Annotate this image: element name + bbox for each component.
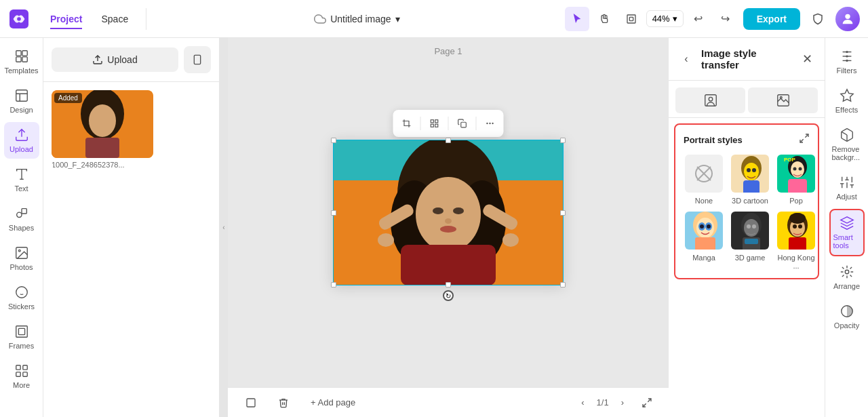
rotate-handle[interactable]: ↻ [443,290,454,301]
svg-point-89 [744,219,759,237]
style-3d-game[interactable]: 3D game [730,210,770,270]
svg-point-53 [502,233,519,247]
mobile-button[interactable] [184,46,211,73]
add-page-button[interactable]: + Add page [304,393,362,412]
delete-page-button[interactable] [271,393,296,412]
sidebar-item-templates[interactable]: Templates [4,43,39,80]
pan-tool-button[interactable] [592,7,616,31]
expand-styles-button[interactable] [799,133,810,146]
sidebar-label-frames: Frames [9,342,34,350]
rs-opacity[interactable]: Opacity [829,298,865,335]
stp-back-button[interactable]: ‹ [677,49,696,68]
rs-filters[interactable]: Filters [829,43,865,80]
page-counter: 1/1 [597,397,609,408]
svg-rect-8 [22,57,26,62]
remove-bg-label: Remove backgr... [832,145,862,161]
page-thumbnail-button[interactable] [239,393,263,412]
left-sidebar: Templates Design Upload Text Shapes Phot… [0,38,43,417]
style-cartoon-label: 3D cartoon [732,197,768,205]
upload-panel: Upload Added [43,38,220,417]
right-sidebar: Filters Effects Remove backgr... Adjust … [825,38,868,417]
sidebar-label-design: Design [9,106,33,114]
nav-space[interactable]: Space [92,9,138,28]
sidebar-item-upload[interactable]: Upload [4,122,39,159]
style-hong-kong[interactable]: Hong Kong ... [776,210,816,270]
svg-rect-77 [788,179,807,194]
frame-icon [626,14,637,24]
cloud-save-button[interactable]: Untitled image ▾ [307,9,407,29]
next-page-button[interactable]: › [614,393,631,412]
section-title: Portrait styles [684,135,743,145]
rs-adjust[interactable]: Adjust [829,170,865,206]
copy-style-button[interactable] [452,113,473,134]
filters-icon [840,49,854,64]
style-none[interactable]: None [684,153,724,205]
svg-rect-32 [435,120,438,123]
shapes-icon [14,206,29,221]
style-3d-cartoon[interactable]: 3D cartoon [730,153,770,205]
svg-rect-5 [16,51,20,56]
sidebar-item-stickers[interactable]: Stickers [4,279,39,316]
panel-collapse-handle[interactable]: ‹ [220,38,228,417]
stp-tab-scene[interactable] [748,87,818,113]
redo-button[interactable]: ↪ [713,7,738,31]
stp-close-button[interactable]: ✕ [797,49,816,68]
nav-project[interactable]: Project [41,9,92,28]
canvas-container[interactable]: ↻ [228,38,669,387]
rs-remove-bg[interactable]: Remove backgr... [829,122,865,167]
style-manga[interactable]: Manga [684,210,724,270]
sidebar-item-design[interactable]: Design [4,83,39,119]
rs-effects[interactable]: Effects [829,83,865,119]
smart-tools-label: Smart tools [833,233,861,250]
effects-label: Effects [835,106,858,114]
sidebar-item-frames[interactable]: Frames [4,319,39,355]
stp-tab-portrait[interactable] [675,87,745,113]
sidebar-item-shapes[interactable]: Shapes [4,201,39,237]
svg-point-45 [433,207,443,214]
opacity-icon [840,304,854,319]
grid-layout-button[interactable] [424,113,446,134]
export-button[interactable]: Export [743,8,800,30]
canvas-image [333,140,564,285]
ft-divider-1 [420,117,421,130]
fullscreen-icon [642,397,652,408]
svg-point-76 [799,167,802,171]
undo-button[interactable]: ↩ [686,7,711,31]
prev-page-button[interactable]: ‹ [574,393,591,412]
sidebar-label-upload: Upload [9,145,33,153]
user-avatar[interactable] [835,7,860,31]
style-none-thumb [684,153,724,194]
more-icon [14,363,29,378]
svg-point-119 [845,270,849,274]
canvas-frame[interactable]: ↻ [333,140,564,285]
style-pop[interactable]: POP Pop [776,153,816,205]
frame-tool-button[interactable] [619,7,644,31]
shield-button[interactable] [806,7,830,31]
portrait-tab-icon [703,93,718,108]
ft-divider-3 [476,117,477,130]
svg-point-1 [17,17,21,21]
rs-smart-tools[interactable]: Smart tools [829,209,865,256]
fullscreen-button[interactable] [636,392,658,414]
rs-arrange[interactable]: Arrange [829,259,865,296]
upload-button[interactable]: Upload [52,47,178,72]
sidebar-item-more[interactable]: More [4,358,39,395]
uploaded-image-item[interactable]: Added 1000_F_248652378... [52,90,153,169]
crop-icon [402,119,412,128]
crop-button[interactable] [396,113,418,134]
document-title: Untitled image [330,14,391,24]
select-tool-button[interactable] [565,7,589,31]
app-logo[interactable] [8,8,30,30]
svg-rect-35 [461,122,467,127]
svg-rect-30 [85,138,119,158]
hand-icon [599,14,610,24]
floating-toolbar [393,110,504,137]
svg-point-97 [793,224,797,229]
svg-rect-7 [16,57,20,62]
zoom-control[interactable]: 44% ▾ [646,10,684,27]
svg-rect-57 [705,95,716,106]
page-icon [245,397,256,408]
sidebar-item-photos[interactable]: Photos [4,240,39,277]
more-options-button[interactable] [479,113,501,134]
sidebar-item-text[interactable]: Text [4,161,39,198]
